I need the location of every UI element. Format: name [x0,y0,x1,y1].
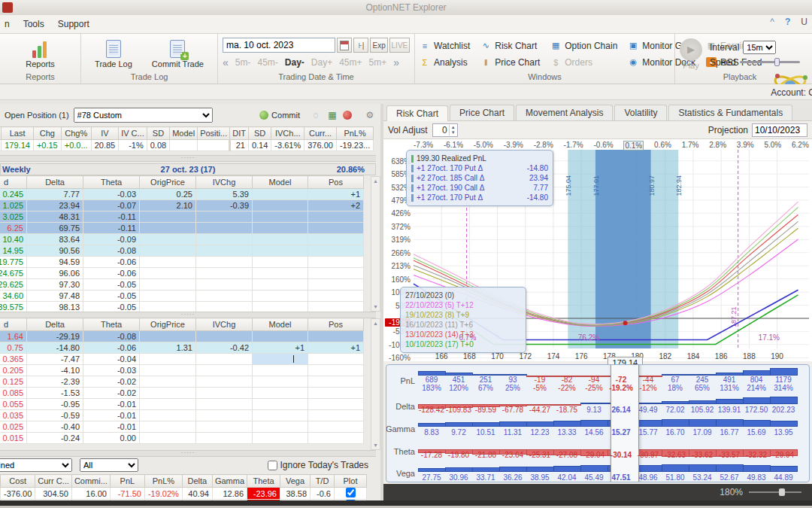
column-header[interactable]: Cost [1,475,35,488]
tab-risk-chart[interactable]: Risk Chart [386,105,448,121]
combined-filter-select[interactable]: Combined [0,458,72,472]
column-header[interactable]: IVChg [196,176,253,189]
column-header[interactable]: Delta [27,176,83,189]
column-header[interactable]: Commi... [71,475,110,488]
column-header[interactable]: OrigPrice [140,176,196,189]
column-header[interactable]: Last [2,127,34,140]
column-header[interactable]: SD [248,127,271,140]
table-row[interactable]: 34.6097.48-0.05 [0,291,364,302]
column-header[interactable]: Pos [308,176,364,189]
column-header[interactable]: Model [170,127,198,140]
position-legend[interactable]: 199.30 Realized PnL+1 27oct. 170 Put Δ-1… [406,150,553,206]
column-header[interactable]: Curr... [304,127,337,140]
collapse-ribbon-icon[interactable]: ^ [770,17,774,27]
column-header[interactable]: Delta [27,318,83,331]
stepper-arrows-icon[interactable]: ▲▼ [449,125,457,135]
exp-button[interactable]: Exp [370,38,387,53]
windows-button-orders[interactable]: $Orders [550,55,617,70]
table-row[interactable]: 0.365-7.47-0.04 [0,354,364,365]
calendar-button[interactable] [337,38,352,53]
menu-item-cut[interactable]: n [5,19,10,29]
speed-slider[interactable] [740,61,800,63]
step-5m-minus[interactable]: 5m- [235,57,251,68]
splitter-handle[interactable]: ····· [0,155,376,162]
menu-item-tools[interactable]: Tools [23,19,44,29]
search-icon[interactable]: ◌ [310,110,322,120]
table-row[interactable]: 24.67596.06-0.06 [0,268,364,279]
puts-scrollbar[interactable]: ▲▼ [371,318,380,450]
step-day-minus[interactable]: Day- [285,57,304,68]
step-45m-minus[interactable]: 45m- [257,57,277,68]
column-header[interactable]: Model [253,318,308,331]
trade-log-button[interactable]: Trade Log [90,39,137,69]
column-header[interactable]: d [0,318,27,331]
expiry-header[interactable]: Weekly 27 oct. 23 (17) 20.86% [0,163,376,175]
column-header[interactable]: SD [147,127,169,140]
play-button[interactable]: ▶ Play [680,38,702,70]
step-45m-plus[interactable]: 45m+ [339,57,362,68]
column-header[interactable]: Pos [308,318,364,331]
table-row[interactable]: 0.035-0.59-0.01 [0,410,364,421]
position-select[interactable]: #78 Custom [74,108,213,123]
step-forward-icon[interactable]: » [393,56,399,68]
column-header[interactable]: Vega [280,475,311,488]
table-row[interactable]: 10.4083.64-0.09 [0,234,364,245]
interval-select[interactable]: 15m [743,41,776,54]
table-row[interactable]: 0.025-0.40-0.01 [0,421,364,433]
column-header[interactable]: Delta [182,475,212,488]
table-row[interactable]: 0.2457.77-0.030.255.39+1 [0,189,364,200]
column-header[interactable]: T/D [311,475,335,488]
column-header[interactable]: PnL% [336,127,373,140]
column-header[interactable]: Plot [335,475,367,488]
column-header[interactable]: PnL [110,475,144,488]
column-header[interactable]: Chg% [61,127,91,140]
column-header[interactable]: PnL% [144,475,182,488]
table-row[interactable]: 0.75-14.80-0.061.31-0.42+1+1 [0,342,364,354]
tab-volatility[interactable]: Volatility [614,105,667,120]
live-button[interactable]: LIVE [389,38,410,53]
step-back-icon[interactable]: « [223,56,229,68]
table-row[interactable]: 1.02523.94-0.072.10-0.39+2 [0,200,364,211]
table-row[interactable]: 19.77594.59-0.06 [0,257,364,268]
column-header[interactable]: IVChg [196,318,253,331]
menu-item-support[interactable]: Support [58,19,89,29]
zoom-slider[interactable] [749,491,801,493]
risk-chart[interactable]: 175.04177.01180.97182.94187.211661681701… [383,138,812,361]
column-header[interactable]: Curr C... [35,475,72,488]
column-header[interactable]: IVCh... [271,127,304,140]
column-header[interactable]: Positi... [198,127,230,140]
table-row[interactable]: 3.02548.31-0.11 [0,211,364,223]
column-header[interactable]: DIT [230,127,249,140]
windows-button-risk-chart[interactable]: ∿Risk Chart [480,38,540,53]
commit-trade-button[interactable]: + Commit Trade [147,39,208,69]
plot-checkbox[interactable] [346,488,356,497]
help-icon[interactable]: ? [785,17,790,27]
column-header[interactable]: IV [91,127,119,140]
table-row[interactable]: 0.015-0.240.00 [0,433,364,444]
ignore-todays-trades-checkbox[interactable]: Ignore Today's Trades [268,460,376,470]
windows-button-price-chart[interactable]: ‖Price Chart [480,55,540,70]
splitter-handle[interactable]: ····· [0,450,376,457]
column-header[interactable]: Chg [33,127,61,140]
table-row[interactable]: 6.2569.75-0.11 [0,223,364,234]
commit-button[interactable]: Commit [254,108,305,122]
tab-price-chart[interactable]: Price Chart [450,105,514,120]
table-row[interactable]: 0.085-1.53-0.02 [0,388,364,399]
reports-button[interactable]: Reports [21,39,59,69]
column-header[interactable]: Gamma [212,475,247,488]
zoom-slider-handle[interactable] [779,488,785,496]
table-row[interactable]: -376.00304.5016.00-71.50-19.02%40.9412.8… [1,488,367,500]
scope-filter-select[interactable]: All [80,458,138,472]
column-header[interactable]: Theta [83,176,140,189]
tab-movement-analysis[interactable]: Movement Analysis [516,105,613,120]
tab-statistics-fundamentals[interactable]: Statistics & Fundamentals [668,105,792,120]
column-header[interactable]: IV C... [119,127,147,140]
table-row[interactable]: 14.9590.56-0.08 [0,245,364,257]
table-row[interactable]: 1.64-29.19-0.08 [0,331,364,342]
table-row[interactable]: 70179.14+0.15+0.0...20.85-1%0.08210.14-3… [0,140,374,151]
column-header[interactable]: Theta [83,318,140,331]
column-header[interactable]: Theta [247,475,280,488]
step-day-plus[interactable]: Day+ [311,57,332,68]
time-button[interactable]: ⊦| [353,38,368,53]
table-row[interactable]: 0.055-0.95-0.01 [0,399,364,410]
